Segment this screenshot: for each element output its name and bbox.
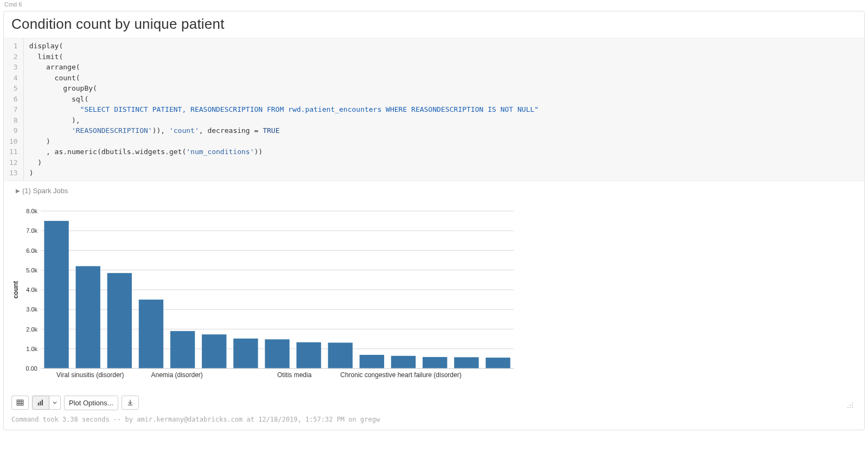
plot-options-button[interactable]: Plot Options... xyxy=(64,396,118,410)
code-editor[interactable]: 12345678910111213 display( limit( arrang… xyxy=(4,38,864,181)
svg-text:3.0k: 3.0k xyxy=(26,306,37,313)
svg-text:count: count xyxy=(12,281,20,298)
chart-view-button[interactable] xyxy=(32,396,49,410)
svg-point-33 xyxy=(850,405,851,406)
bar[interactable] xyxy=(170,331,195,368)
bar[interactable] xyxy=(454,357,478,368)
svg-point-34 xyxy=(852,405,853,406)
svg-rect-30 xyxy=(40,401,41,405)
bar[interactable] xyxy=(423,356,447,368)
download-button[interactable] xyxy=(122,396,139,410)
chart-view-split-button xyxy=(32,396,61,410)
bar[interactable] xyxy=(202,334,226,368)
svg-text:Chronic congestive heart failu: Chronic congestive heart failure (disord… xyxy=(340,371,461,379)
resize-handle[interactable] xyxy=(847,402,853,410)
svg-rect-31 xyxy=(42,400,43,406)
svg-rect-29 xyxy=(38,403,39,405)
svg-text:2.0k: 2.0k xyxy=(26,326,37,332)
svg-point-35 xyxy=(847,407,848,408)
resize-handle-icon xyxy=(847,402,853,409)
bar[interactable] xyxy=(233,338,258,368)
bar[interactable] xyxy=(391,355,416,368)
bar[interactable] xyxy=(265,339,289,368)
line-gutter: 12345678910111213 xyxy=(4,39,24,181)
chart-type-dropdown[interactable] xyxy=(49,396,61,410)
svg-point-32 xyxy=(852,403,853,404)
bar-chart-icon xyxy=(37,399,44,406)
chart-output: 0.001.0k2.0k3.0k4.0k5.0k6.0k7.0k8.0kcoun… xyxy=(4,198,864,390)
cmd-label: Cmd 6 xyxy=(0,0,868,9)
bar[interactable] xyxy=(360,354,384,368)
svg-text:5.0k: 5.0k xyxy=(26,266,37,273)
bar[interactable] xyxy=(44,221,68,368)
svg-text:6.0k: 6.0k xyxy=(26,247,37,253)
notebook-cell: Condition count by unique patient 123456… xyxy=(3,11,865,430)
bar[interactable] xyxy=(328,342,353,368)
bar-chart: 0.001.0k2.0k3.0k4.0k5.0k6.0k7.0k8.0kcoun… xyxy=(9,203,519,388)
bar[interactable] xyxy=(139,300,163,368)
status-footer: Command took 3.38 seconds -- by amir.ker… xyxy=(4,412,864,425)
svg-text:4.0k: 4.0k xyxy=(26,287,37,293)
svg-text:8.0k: 8.0k xyxy=(26,208,37,214)
code-content[interactable]: display( limit( arrange( count( groupBy(… xyxy=(24,39,864,181)
spark-jobs-toggle[interactable]: ▶(1) Spark Jobs xyxy=(4,181,864,198)
result-toolbar: Plot Options... xyxy=(4,390,864,412)
svg-text:Otitis media: Otitis media xyxy=(277,371,312,379)
chevron-right-icon: ▶ xyxy=(16,188,20,194)
bar[interactable] xyxy=(107,273,132,368)
svg-text:1.0k: 1.0k xyxy=(26,345,37,352)
spark-jobs-label: (1) Spark Jobs xyxy=(22,187,68,195)
caret-down-icon xyxy=(53,400,57,405)
svg-point-36 xyxy=(850,407,851,408)
bar[interactable] xyxy=(486,358,510,368)
cell-title: Condition count by unique patient xyxy=(4,11,864,38)
svg-point-37 xyxy=(852,407,853,408)
table-view-button[interactable] xyxy=(11,396,29,410)
download-icon xyxy=(126,399,134,406)
bar[interactable] xyxy=(76,266,100,368)
svg-text:Viral sinusitis (disorder): Viral sinusitis (disorder) xyxy=(56,371,124,379)
svg-text:Anemia (disorder): Anemia (disorder) xyxy=(151,371,202,379)
plot-options-label: Plot Options... xyxy=(69,399,113,407)
bar[interactable] xyxy=(296,342,321,368)
table-icon xyxy=(16,399,24,406)
svg-rect-24 xyxy=(17,400,23,405)
svg-text:0.00: 0.00 xyxy=(26,365,37,372)
svg-text:7.0k: 7.0k xyxy=(26,227,37,234)
